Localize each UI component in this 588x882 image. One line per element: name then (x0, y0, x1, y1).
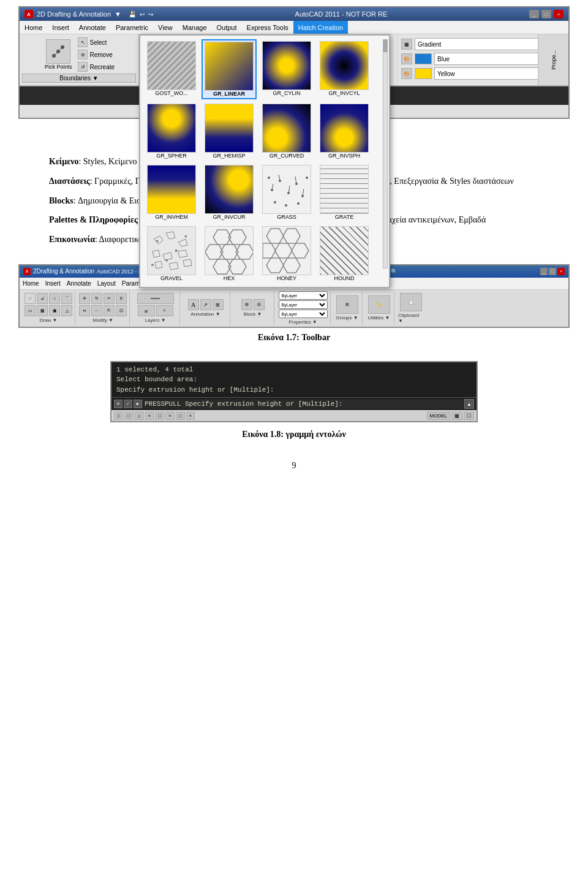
scale-icon[interactable]: ⊡ (116, 305, 127, 316)
line-icon[interactable]: ⟋ (24, 293, 36, 304)
qat-save-icon[interactable]: 💾 (129, 11, 136, 18)
annotation-group-label[interactable]: Annotation ▼ (190, 311, 220, 317)
status-btn-3[interactable]: ⌂ (135, 412, 144, 420)
status-rect-btn[interactable]: ☐ (464, 412, 474, 420)
boundaries-dropdown[interactable]: Boundaries ▼ (22, 74, 136, 83)
hatch-gr-hemisp[interactable]: GR_HEMISP (202, 102, 257, 161)
measure-icon[interactable]: 📏 (368, 295, 390, 314)
hatch-tb-icon[interactable]: ▦ (37, 305, 48, 316)
status-btn-6[interactable]: + (165, 412, 175, 420)
remove-button[interactable]: ⊖ Remove (77, 49, 116, 60)
layer-prop-icon[interactable]: ⊞ (138, 305, 155, 316)
text-icon[interactable]: A (188, 299, 199, 310)
minimize-button[interactable]: _ (529, 10, 539, 18)
tb-menu-insert[interactable]: Insert (42, 278, 64, 289)
toolbar-search-icon[interactable]: 🔍 (391, 268, 398, 275)
qat-redo-icon[interactable]: ↪ (148, 11, 153, 18)
toolbar-close[interactable]: × (557, 268, 565, 275)
layers-group-label[interactable]: Layers ▼ (145, 317, 165, 323)
maximize-button[interactable]: □ (541, 10, 551, 18)
groups-group-label[interactable]: Groups ▼ (336, 315, 358, 321)
properties-group-label[interactable]: Properties ▼ (288, 319, 317, 325)
cmd-btn-x[interactable]: ✕ (114, 400, 123, 408)
trim-icon[interactable]: ✂ (104, 293, 115, 304)
hatch-gr-cylin[interactable]: GR_CYLIN (259, 39, 314, 99)
draw-group-label[interactable]: Draw ▼ (40, 317, 58, 323)
arc-icon[interactable]: ⌒ (61, 293, 72, 304)
menu-home[interactable]: Home (20, 21, 47, 34)
menu-parametric[interactable]: Parametric (111, 21, 153, 34)
create-block-icon[interactable]: ⊟ (254, 299, 265, 310)
polyline-icon[interactable]: ⊿ (37, 293, 48, 304)
color1-swatch[interactable] (415, 53, 432, 64)
hatch-gr-curved[interactable]: GR_CURVED (259, 102, 314, 161)
properties-tab[interactable]: Prope... (538, 34, 568, 85)
hatch-gr-invcur[interactable]: GR_INVCUR (202, 163, 257, 222)
hatch-gravel[interactable]: GRAVEL (144, 224, 199, 283)
rotate-icon[interactable]: ↻ (91, 293, 102, 304)
mirror-icon[interactable]: ⇔ (79, 305, 90, 316)
fillet-icon[interactable]: ⌐ (91, 305, 102, 316)
cmdline-scroll-up[interactable]: ▲ (464, 399, 474, 409)
hatch-gr-spher[interactable]: GR_SPHER (144, 102, 199, 161)
tb-menu-annotate[interactable]: Annotate (64, 278, 94, 289)
menu-output[interactable]: Output (212, 21, 242, 34)
tb-menu-layout[interactable]: Layout (94, 278, 119, 289)
status-btn-7[interactable]: □ (176, 412, 185, 420)
hatch-gr-linear[interactable]: GR_LINEAR (202, 39, 257, 99)
tb-menu-home[interactable]: Home (20, 278, 42, 289)
menu-insert[interactable]: Insert (47, 21, 74, 34)
utilities-group-label[interactable]: Utilities ▼ (368, 315, 390, 321)
cmd-btn-arrow[interactable]: ► (134, 400, 142, 408)
hatch-grass[interactable]: GRASS (259, 163, 314, 222)
copy-icon[interactable]: ⎘ (116, 293, 127, 304)
toolbar-maximize[interactable]: □ (549, 268, 556, 275)
hatch-gost-wo[interactable]: GOST_WO... (144, 39, 199, 99)
table-icon[interactable]: ⊞ (213, 299, 224, 310)
stretch-icon[interactable]: ⇱ (104, 305, 115, 316)
cmd-btn-checkmark[interactable]: ✓ (124, 400, 132, 408)
status-btn-4[interactable]: + (145, 412, 154, 420)
bylayer-dropdown-1[interactable]: ByLayer (279, 291, 328, 300)
hatch-hound[interactable]: HOUND (317, 224, 372, 283)
hatch-honey[interactable]: HONEY (259, 224, 314, 283)
rect-icon[interactable]: ▭ (24, 305, 36, 316)
leader-icon[interactable]: ↗ (200, 299, 211, 310)
clipboard-group-label[interactable]: Clipboard ▼ (398, 313, 424, 324)
group-icon[interactable]: ⊞ (336, 295, 358, 314)
status-grid-btn[interactable]: ▦ (451, 412, 462, 420)
layer-icon[interactable]: ═══ (137, 293, 174, 304)
hatch-gr-invhem[interactable]: GR_INVHEM (144, 163, 199, 222)
hatch-gr-invcyl[interactable]: GR_INVCYL (317, 39, 372, 99)
block-group-label[interactable]: Block ▼ (244, 311, 262, 317)
bylayer-dropdown-2[interactable]: ByLayer (279, 300, 328, 309)
status-model-btn[interactable]: MODEL (427, 412, 450, 420)
status-btn-8[interactable]: + (186, 412, 195, 420)
layer-match-icon[interactable]: ≡ (156, 305, 173, 316)
select-button[interactable]: ↖ Select (77, 37, 116, 48)
bylayer-dropdown-3[interactable]: ByLayer (279, 310, 328, 318)
move-icon[interactable]: ✛ (79, 293, 90, 304)
toolbar-minimize[interactable]: _ (540, 268, 548, 275)
insert-block-icon[interactable]: ⊞ (241, 299, 252, 310)
menu-hatch[interactable]: Hatch Creation (293, 21, 348, 34)
hatch-hex[interactable]: HEX (202, 224, 257, 283)
status-btn-1[interactable]: □ (114, 412, 123, 420)
status-btn-2[interactable]: □ (124, 412, 134, 420)
menu-manage[interactable]: Manage (178, 21, 212, 34)
modify-group-label[interactable]: Modify ▼ (92, 317, 113, 323)
recreate-button[interactable]: ↺ Recreate (77, 61, 116, 72)
region-icon[interactable]: △ (61, 305, 72, 316)
menu-annotate[interactable]: Annotate (74, 21, 111, 34)
color2-swatch[interactable] (415, 68, 432, 79)
menu-express[interactable]: Express Tools (242, 21, 293, 34)
status-btn-5[interactable]: □ (155, 412, 164, 420)
close-button[interactable]: × (554, 10, 564, 18)
circle-icon[interactable]: ○ (49, 293, 60, 304)
scrollbar-thumb[interactable] (383, 40, 387, 52)
paste-icon[interactable]: 📋 (400, 293, 422, 311)
menu-view[interactable]: View (153, 21, 178, 34)
pick-points-button[interactable]: Pick Points (42, 38, 75, 71)
qat-undo-icon[interactable]: ↩ (140, 11, 145, 18)
gradient-tb-icon[interactable]: ▣ (49, 305, 60, 316)
